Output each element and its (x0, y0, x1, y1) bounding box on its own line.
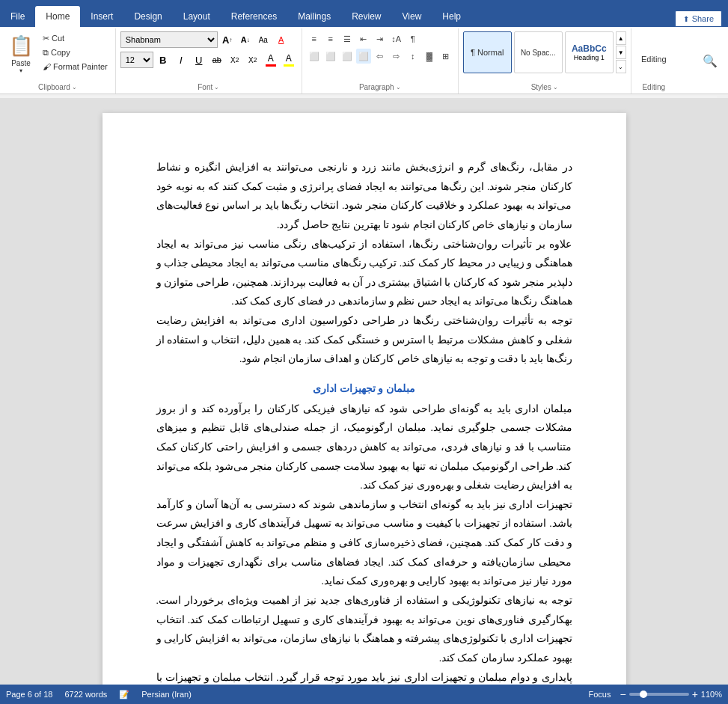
multilevel-list-button[interactable]: ☰ (340, 31, 355, 46)
ribbon: 📋 Paste ▾ ✂ Cut ⧉ Copy 🖌 Format Painter (0, 27, 728, 94)
tab-home[interactable]: Home (35, 6, 80, 27)
paragraph-2: علاوه بر تأثیرات روان‌شناختی رنگ‌ها، است… (156, 235, 572, 312)
share-icon: ⬆ (683, 15, 689, 23)
tab-review[interactable]: Review (341, 6, 391, 27)
rtl-direction-button[interactable]: ⇦ (373, 49, 388, 64)
share-button[interactable]: ⬆ Share (675, 10, 722, 27)
cut-button[interactable]: ✂ Cut (40, 31, 111, 45)
subscript-button[interactable]: X2 (227, 52, 243, 68)
zoom-in-button[interactable]: + (692, 688, 698, 700)
tab-view[interactable]: View (392, 6, 432, 27)
increase-indent-button[interactable]: ⇥ (373, 31, 388, 46)
document-text: در مقابل، رنگ‌های گرم و انرژی‌بخش مانند … (156, 158, 572, 685)
numbering-button[interactable]: ≡ (323, 31, 338, 46)
justify-button[interactable]: ⬜ (356, 49, 371, 64)
font-group: Shabnam A↑ A↓ Aa A 12 B I U ab X2 X2 A (116, 28, 302, 94)
change-case-button[interactable]: Aa (255, 31, 272, 48)
paragraph-4: مبلمان اداری باید به گونه‌ای طراحی شود ک… (156, 400, 572, 495)
paragraph-1: در مقابل، رنگ‌های گرم و انرژی‌بخش مانند … (156, 158, 572, 235)
tab-file[interactable]: File (0, 6, 35, 27)
zoom-thumb[interactable] (640, 691, 647, 698)
zoom-out-button[interactable]: − (620, 688, 625, 700)
paste-button[interactable]: 📋 Paste ▾ (4, 31, 37, 76)
paste-dropdown-arrow[interactable]: ▾ (19, 67, 22, 74)
underline-button[interactable]: U (191, 52, 207, 68)
ribbon-tabs: File Home Insert Design Layout Reference… (0, 0, 728, 27)
paragraph-7: پایداری و دوام مبلمان و تجهیزات اداری نی… (156, 668, 572, 685)
paste-button-area: 📋 Paste ▾ (4, 31, 37, 76)
clipboard-expand-icon: ⌄ (72, 84, 77, 91)
document-scroll[interactable]: در مقابل، رنگ‌های گرم و انرژی‌بخش مانند … (0, 98, 728, 685)
paragraph-3: توجه به تأثیرات روان‌شناختی رنگ‌ها در طر… (156, 311, 572, 369)
text-color-button[interactable]: A (263, 52, 279, 68)
tab-references[interactable]: References (221, 6, 287, 27)
paragraph-expand-icon: ⌄ (396, 84, 401, 91)
tab-design[interactable]: Design (123, 6, 172, 27)
focus-label[interactable]: Focus (589, 690, 611, 699)
shading-button[interactable]: ▓ (422, 49, 437, 64)
editing-group: Editing Editing (631, 28, 676, 94)
paragraph-6: توجه به نیازهای تکنولوژیکی و استفاده از … (156, 591, 572, 668)
tab-mailings[interactable]: Mailings (287, 6, 341, 27)
strikethrough-button[interactable]: ab (209, 52, 225, 68)
font-grow-button[interactable]: A↑ (219, 31, 236, 48)
status-right-area: Focus − + 110% (589, 688, 722, 700)
search-icon: 🔍 (703, 54, 718, 68)
paste-icon: 📋 (9, 34, 33, 58)
superscript-button[interactable]: X2 (245, 52, 261, 68)
copy-button[interactable]: ⧉ Copy (40, 46, 111, 59)
copy-icon: ⧉ (43, 48, 49, 58)
clipboard-expand[interactable]: Clipboard ⌄ (0, 82, 115, 94)
decrease-indent-button[interactable]: ⇤ (356, 31, 371, 46)
style-heading1[interactable]: AaBbCc Heading 1 (565, 31, 614, 73)
ltr-direction-button[interactable]: ⇨ (389, 49, 404, 64)
sort-button[interactable]: ↕A (389, 31, 404, 46)
clipboard-group: 📋 Paste ▾ ✂ Cut ⧉ Copy 🖌 Format Painter (0, 28, 116, 94)
ribbon-search-button[interactable]: 🔍 (700, 51, 721, 72)
align-center-button[interactable]: ⬜ (323, 49, 338, 64)
styles-more-button[interactable]: ⌄ (616, 60, 626, 73)
editing-label: Editing (641, 55, 667, 64)
style-no-spacing[interactable]: No Spac... (514, 31, 563, 73)
font-name-select[interactable]: Shabnam (120, 31, 218, 48)
zoom-controls: − + 110% (620, 688, 722, 700)
language: Persian (Iran) (141, 690, 192, 699)
format-painter-icon: 🖌 (43, 62, 51, 71)
borders-button[interactable]: ⊞ (438, 49, 453, 64)
font-size-select[interactable]: 12 (120, 52, 153, 68)
editing-expand[interactable]: Editing (631, 82, 676, 94)
styles-expand-icon: ⌄ (553, 84, 558, 91)
zoom-slider[interactable] (629, 693, 689, 696)
clear-formatting-button[interactable]: A (273, 31, 290, 48)
paragraph-group: ≡ ≡ ☰ ⇤ ⇥ ↕A ¶ ⬜ ⬜ ⬜ ⬜ ⇦ ⇨ ↕ ▓ ⊞ P (302, 28, 459, 94)
font-shrink-button[interactable]: A↓ (237, 31, 254, 48)
bold-button[interactable]: B (155, 52, 171, 68)
paragraph-expand[interactable]: Paragraph ⌄ (302, 82, 458, 94)
tab-help[interactable]: Help (432, 6, 471, 27)
font-expand-icon: ⌄ (214, 84, 219, 91)
bullets-button[interactable]: ≡ (307, 31, 322, 46)
show-formatting-button[interactable]: ¶ (406, 31, 420, 46)
tab-layout[interactable]: Layout (173, 6, 221, 27)
zoom-level: 110% (701, 690, 722, 699)
styles-scroll-down[interactable]: ▼ (616, 46, 626, 59)
font-expand[interactable]: Font ⌄ (116, 82, 302, 94)
styles-scroll-controls: ▲ ▼ ⌄ (616, 31, 626, 73)
line-spacing-button[interactable]: ↕ (406, 49, 420, 64)
highlight-button[interactable]: A (281, 52, 297, 68)
cut-icon: ✂ (43, 34, 49, 43)
styles-group: ¶ Normal No Spac... AaBbCc Heading 1 ▲ ▼… (459, 28, 631, 94)
align-right-button[interactable]: ⬜ (340, 49, 355, 64)
styles-scroll-up[interactable]: ▲ (616, 31, 626, 45)
align-left-button[interactable]: ⬜ (307, 49, 322, 64)
word-count: 6722 words (64, 690, 107, 699)
styles-expand[interactable]: Styles ⌄ (459, 82, 631, 94)
paragraph-5: تجهیزات اداری نیز باید به گونه‌ای انتخاب… (156, 495, 572, 591)
tab-insert[interactable]: Insert (80, 6, 123, 27)
format-painter-button[interactable]: 🖌 Format Painter (40, 60, 111, 73)
text-color-icon: A (268, 53, 274, 64)
ribbon-search-area: 🔍 (700, 28, 728, 94)
style-normal[interactable]: ¶ Normal (463, 31, 512, 73)
italic-button[interactable]: I (173, 52, 189, 68)
proofing-icon: 📝 (119, 690, 129, 700)
